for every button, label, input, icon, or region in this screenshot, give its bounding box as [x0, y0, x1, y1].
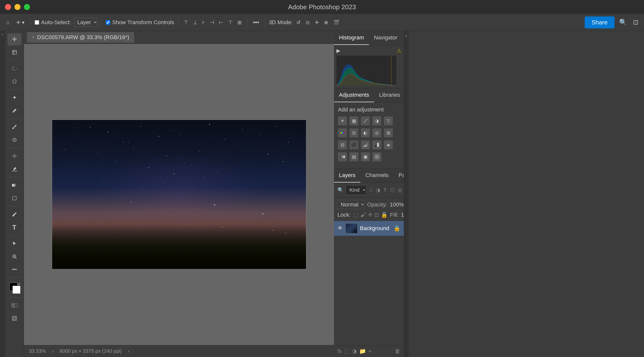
posterize-btn[interactable] [361, 140, 370, 149]
switch-colors-btn[interactable]: ⇄ [18, 282, 20, 286]
align-right-btn[interactable]: ⊤ [227, 18, 234, 26]
gradient-map-btn[interactable] [338, 152, 347, 161]
black-white-btn[interactable]: ◐ [361, 128, 370, 137]
hue-sat-btn[interactable] [338, 128, 347, 137]
move-tool[interactable] [8, 33, 22, 45]
channel-mixer-btn[interactable]: ⊞ [384, 128, 393, 137]
selective-color-btn[interactable]: ◈ [384, 140, 393, 149]
minimize-button[interactable] [14, 4, 20, 10]
auto-select-checkbox[interactable] [35, 20, 39, 25]
layer-visibility-toggle[interactable]: 👁 [338, 225, 343, 232]
align-left-btn[interactable]: ⊣ [208, 18, 216, 26]
threshold-btn[interactable] [372, 140, 381, 149]
3d-roll-btn[interactable]: ⊙ [304, 18, 311, 26]
brush-tool[interactable] [8, 121, 22, 133]
distribute-btn[interactable]: ⊞ [236, 18, 243, 26]
show-transform-checkbox[interactable] [106, 20, 110, 25]
photo-filter-btn[interactable]: ◎ [372, 128, 381, 137]
layer-adj-btn[interactable]: ◑ [352, 348, 357, 355]
move-tool-btn[interactable]: ✛ ▾ [14, 18, 26, 27]
more-options-btn[interactable]: ••• [252, 18, 261, 27]
layer-row-background[interactable]: 👁 Background 🔒 [334, 221, 404, 236]
new-layer-btn[interactable]: + [368, 348, 372, 355]
pen-tool[interactable] [8, 208, 22, 220]
filter-smart-btn[interactable]: ◎ [397, 186, 403, 194]
opacity-value[interactable]: 100% [390, 201, 404, 208]
clone-stamp-tool[interactable] [8, 150, 22, 162]
magic-wand-tool[interactable]: ✦ [8, 92, 22, 104]
artboard-tool[interactable] [8, 46, 22, 58]
kind-filter-select[interactable]: Kind [346, 185, 366, 195]
3d-pan-btn[interactable]: ✛ [313, 18, 320, 26]
custom-adj-3[interactable] [372, 152, 381, 161]
curves-btn[interactable] [361, 116, 370, 125]
home-button[interactable]: ⌂ [4, 18, 11, 27]
3d-slide-btn[interactable]: ⊕ [322, 18, 330, 26]
color-swatches[interactable]: ⇄ [8, 281, 21, 294]
show-transform-label[interactable]: Show Transform Controls [106, 19, 174, 26]
histogram-play-btn[interactable]: ▶ [336, 48, 340, 54]
align-hcenter-btn[interactable]: ⊢ [218, 18, 225, 26]
lasso-tool[interactable] [8, 62, 22, 74]
lock-position-btn[interactable]: ✛ [368, 212, 372, 218]
tab-channels[interactable]: Channels [360, 169, 394, 182]
3d-scale-btn[interactable]: 🎬 [332, 18, 341, 26]
polygon-lasso-tool[interactable] [8, 75, 22, 87]
invert-btn[interactable]: ⬛ [350, 140, 358, 149]
document-tab[interactable]: × DSC00579.ARW @ 33.3% (RGB/16*) [27, 32, 134, 43]
tab-histogram[interactable]: Histogram [334, 31, 369, 45]
filter-adj-btn[interactable]: ◑ [375, 186, 381, 194]
expand-button[interactable]: ⊡ [632, 17, 640, 28]
tab-navigator[interactable]: Navigator [369, 31, 402, 45]
custom-adj-1[interactable]: ▤ [350, 152, 358, 161]
more-tools-btn[interactable]: ••• [8, 264, 22, 276]
custom-adj-2[interactable]: ▣ [361, 152, 370, 161]
levels-btn[interactable]: ▦ [350, 116, 358, 125]
layer-group-btn[interactable]: 📁 [359, 348, 366, 355]
tab-libraries[interactable]: Libraries [374, 88, 404, 102]
path-select-tool[interactable] [8, 238, 22, 250]
fill-value[interactable]: 100% [401, 212, 404, 218]
gradient-tool[interactable] [8, 179, 22, 191]
filter-pixel-btn[interactable]: □ [368, 186, 374, 194]
align-top-btn[interactable]: ⊤ [182, 18, 190, 26]
tab-layers[interactable]: Layers [334, 169, 360, 182]
right-panel-collapse-btn[interactable]: » [404, 35, 409, 37]
layer-mask-btn[interactable]: ⬚ [344, 348, 350, 355]
close-button[interactable] [5, 4, 11, 10]
search-button[interactable]: 🔍 [618, 17, 628, 28]
eyedropper-tool[interactable] [8, 105, 22, 117]
auto-select-label[interactable]: Auto-Select: [35, 19, 71, 26]
left-collapse-btn[interactable]: « [0, 33, 5, 36]
zoom-tool[interactable] [8, 251, 22, 263]
lock-all-btn[interactable]: 🔒 [381, 212, 388, 218]
eraser-tool[interactable] [8, 163, 22, 175]
delete-layer-btn[interactable]: 🗑 [395, 348, 400, 355]
color-balance-btn[interactable]: ⚖ [350, 128, 358, 137]
align-bottom-btn[interactable]: ⊦ [201, 18, 206, 26]
tab-paths[interactable]: Paths [394, 169, 404, 182]
exposure-btn[interactable]: ◑ [372, 116, 381, 125]
filter-type-btn[interactable]: T [382, 186, 388, 194]
color-lookup-btn[interactable]: ⊟ [338, 140, 347, 149]
blend-mode-select[interactable]: Normal [338, 200, 365, 209]
healing-brush-tool[interactable] [8, 134, 22, 146]
tab-close-btn[interactable]: × [32, 35, 35, 40]
background-color[interactable] [12, 286, 20, 294]
3d-rotate-btn[interactable]: ↺ [295, 18, 302, 26]
screen-mode-btn[interactable] [8, 312, 22, 324]
maximize-button[interactable] [24, 4, 30, 10]
status-arrow[interactable]: › [128, 348, 130, 354]
layer-select[interactable]: Layer [74, 18, 98, 27]
vibrance-btn[interactable]: ▽ [384, 116, 393, 125]
share-button[interactable]: Share [585, 16, 614, 28]
align-vcenter-btn[interactable]: ⊥ [192, 18, 199, 26]
filter-shape-btn[interactable]: ⬡ [389, 186, 395, 194]
layer-fx-btn[interactable]: fx [338, 348, 342, 355]
brightness-contrast-btn[interactable]: ☀ [338, 116, 347, 125]
tab-adjustments[interactable]: Adjustments [334, 88, 374, 102]
lock-transparent-btn[interactable]: ⬚ [353, 212, 358, 218]
type-tool[interactable]: T [8, 221, 22, 233]
lock-image-btn[interactable]: 🖌 [360, 212, 366, 218]
shape-tool[interactable] [8, 192, 22, 204]
